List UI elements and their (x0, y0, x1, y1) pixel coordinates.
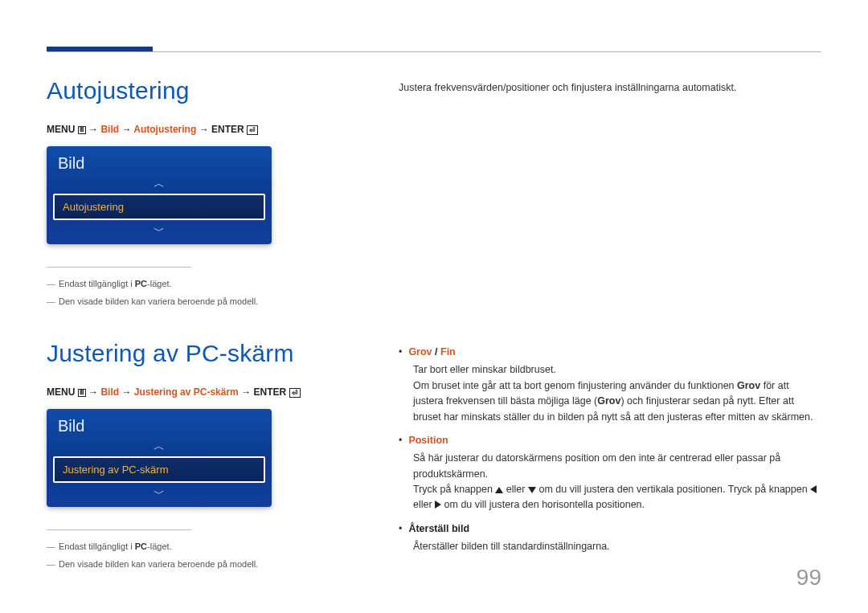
card1-header: Bild (47, 146, 272, 176)
section1-title: Autojustering (47, 77, 336, 104)
triangle-left-icon (810, 485, 817, 493)
enter-icon: ⏎ (289, 388, 301, 398)
card2-header: Bild (47, 409, 272, 439)
triangle-up-icon (495, 487, 503, 493)
breadcrumb-enter-label: ENTER (211, 124, 244, 135)
header-rule (47, 51, 821, 52)
bullet-aterstall: •Återställ bild Återställer bilden till … (399, 521, 821, 555)
b1-p1: Tar bort eller minskar bildbruset. (413, 362, 821, 378)
card2-highlight: Justering av PC-skärm (53, 456, 265, 483)
chevron-up-icon: ︿ (47, 176, 272, 190)
menu-card-1: Bild ︿ Autojustering ﹀ (47, 146, 272, 244)
note2-line2: ―Den visade bilden kan variera beroende … (47, 559, 336, 569)
triangle-right-icon (435, 501, 441, 509)
notes-rule-2 (47, 529, 191, 530)
chevron-down-icon: ﹀ (47, 486, 272, 507)
breadcrumb2-enter-label: ENTER (253, 386, 286, 398)
breadcrumb2-menu-label: MENU (47, 386, 75, 398)
page-number: 99 (796, 565, 821, 591)
card1-highlight: Autojustering (53, 194, 265, 220)
b3-p1: Återställer bilden till standardinställn… (413, 539, 821, 554)
breadcrumb-2: MENU Ⅲ → Bild → Justering av PC-skärm → … (47, 386, 336, 398)
notes-rule-1 (47, 267, 191, 268)
breadcrumb-bild: Bild (100, 124, 119, 135)
breadcrumb-1: MENU Ⅲ → Bild → Autojustering → ENTER ⏎ (47, 124, 336, 135)
section1-description: Justera frekvensvärden/positioner och fi… (399, 80, 821, 96)
chevron-up-icon: ︿ (47, 439, 272, 453)
menu-icon: Ⅲ (78, 389, 86, 397)
b1-p2: Om bruset inte går att ta bort genom fin… (413, 378, 821, 425)
bullet-position: •Position Så här justerar du datorskärme… (399, 433, 821, 513)
b2-p2: Tryck på knappen eller om du vill juster… (413, 482, 821, 513)
menu-card-2: Bild ︿ Justering av PC-skärm ﹀ (47, 409, 272, 507)
breadcrumb-menu-label: MENU (47, 124, 75, 135)
note1-line2: ―Den visade bilden kan variera beroende … (47, 296, 336, 306)
bullet-grov-fin: •Grov / Fin Tar bort eller minskar bildb… (399, 345, 821, 425)
menu-icon: Ⅲ (78, 126, 86, 134)
section2-title: Justering av PC-skärm (47, 340, 336, 367)
triangle-down-icon (528, 487, 536, 493)
chevron-down-icon: ﹀ (47, 223, 272, 244)
note1-line1: ―Endast tillgängligt i PC-läget. (47, 279, 336, 288)
b2-p1: Så här justerar du datorskärmens positio… (413, 451, 821, 482)
breadcrumb2-justering: Justering av PC-skärm (134, 386, 239, 398)
enter-icon: ⏎ (247, 125, 258, 135)
breadcrumb2-bild: Bild (100, 386, 119, 398)
note2-line1: ―Endast tillgängligt i PC-läget. (47, 541, 336, 551)
breadcrumb-autojustering: Autojustering (133, 124, 196, 135)
